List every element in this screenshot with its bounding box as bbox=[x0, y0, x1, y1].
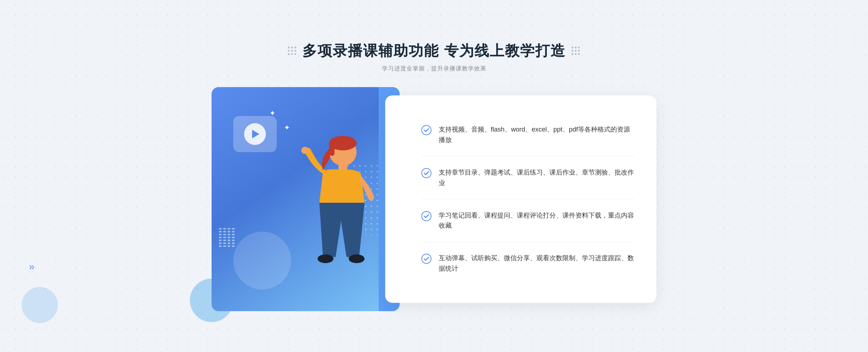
svg-point-5 bbox=[318, 254, 333, 263]
decorative-dots-left bbox=[288, 47, 297, 55]
play-icon-outer bbox=[244, 123, 266, 145]
bottom-arrow-icon: » bbox=[29, 261, 35, 272]
play-bubble bbox=[233, 116, 277, 152]
feature-item-2: 支持章节目录、弹题考试、课后练习、课后作业、章节测验、批改作业 bbox=[421, 156, 635, 199]
feature-text-1: 支持视频、音频、flash、word、excel、ppt、pdf等各种格式的资源… bbox=[439, 124, 635, 145]
check-icon-2 bbox=[421, 168, 431, 178]
play-icon bbox=[252, 130, 259, 138]
svg-point-8 bbox=[422, 168, 431, 178]
svg-point-10 bbox=[422, 254, 431, 263]
header-section: 多项录播课辅助功能 专为线上教学打造 学习进度全掌握，提升录播课教学效果 bbox=[288, 41, 580, 73]
page-title: 多项录播课辅助功能 专为线上教学打造 bbox=[302, 41, 565, 61]
feature-text-4: 互动弹幕、试听购买、微信分享、观看次数限制、学习进度跟踪、数据统计 bbox=[439, 253, 635, 274]
svg-point-7 bbox=[422, 125, 431, 135]
circle-decoration-large bbox=[233, 232, 291, 289]
features-panel: 支持视频、音频、flash、word、excel、ppt、pdf等各种格式的资源… bbox=[385, 95, 656, 302]
svg-point-9 bbox=[422, 211, 431, 221]
header-title-wrapper: 多项录播课辅助功能 专为线上教学打造 bbox=[288, 41, 580, 61]
main-content: ✦ ✦ bbox=[181, 87, 687, 311]
feature-item-4: 互动弹幕、试听购买、微信分享、观看次数限制、学习进度跟踪、数据统计 bbox=[421, 242, 635, 285]
svg-rect-2 bbox=[329, 141, 335, 156]
illustration-container: ✦ ✦ bbox=[212, 87, 400, 311]
sparkle-icon-1: ✦ bbox=[269, 109, 276, 117]
bottom-circle-decoration bbox=[22, 287, 58, 323]
svg-point-6 bbox=[349, 254, 365, 263]
check-icon-3 bbox=[421, 211, 431, 221]
person-figure bbox=[287, 130, 381, 311]
feature-item-3: 学习笔记回看、课程提问、课程评论打分、课件资料下载，重点内容收藏 bbox=[421, 199, 635, 242]
page-subtitle: 学习进度全掌握，提升录播课教学效果 bbox=[288, 65, 580, 73]
illustration-inner: ✦ ✦ bbox=[212, 87, 400, 311]
check-icon-4 bbox=[421, 254, 431, 264]
feature-text-3: 学习笔记回看、课程提问、课程评论打分、课件资料下载，重点内容收藏 bbox=[439, 210, 635, 231]
feature-item-1: 支持视频、音频、flash、word、excel、ppt、pdf等各种格式的资源… bbox=[421, 113, 635, 156]
page-wrapper: 多项录播课辅助功能 专为线上教学打造 学习进度全掌握，提升录播课教学效果 bbox=[0, 0, 868, 352]
check-icon-1 bbox=[421, 125, 431, 135]
feature-text-2: 支持章节目录、弹题考试、课后练习、课后作业、章节测验、批改作业 bbox=[439, 167, 635, 188]
decorative-dots-right bbox=[571, 47, 580, 55]
svg-point-4 bbox=[301, 147, 309, 154]
